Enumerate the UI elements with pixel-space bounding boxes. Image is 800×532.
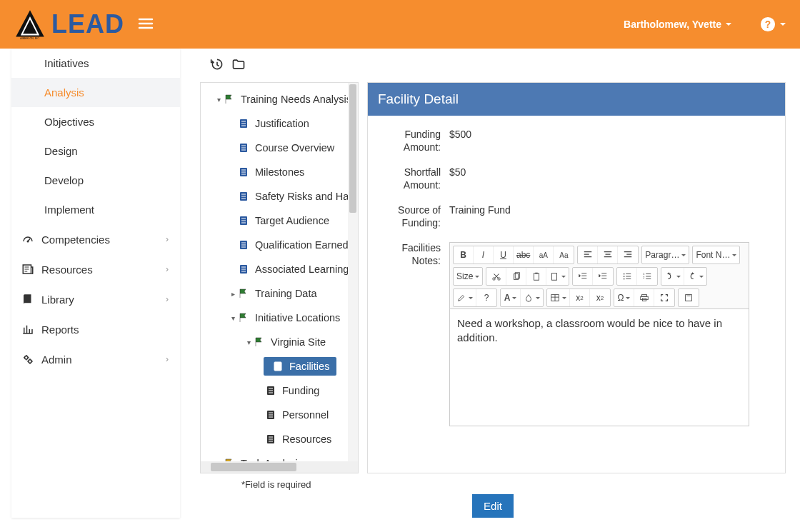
font-dropdown[interactable]: Font N… (693, 246, 739, 264)
copy-button[interactable] (506, 268, 526, 285)
sidebar-item-implement[interactable]: Implement (11, 195, 180, 224)
detail-panel: Facility Detail Funding Amount: $500 Sho… (367, 82, 786, 473)
help-editor-button[interactable]: ? (476, 289, 496, 306)
tree-icon (236, 118, 251, 129)
sidebar-section-library[interactable]: Library› (11, 284, 180, 314)
size-dropdown[interactable]: Size (454, 268, 482, 285)
outdent-button[interactable] (573, 268, 593, 285)
tree-icon (236, 191, 251, 202)
hamburger-menu-icon[interactable] (137, 15, 154, 34)
sidebar-item-design[interactable]: Design (11, 136, 180, 166)
paste-button[interactable] (526, 268, 546, 285)
case-button[interactable]: Aa (554, 246, 574, 264)
svg-point-25 (624, 273, 625, 275)
tree-horizontal-scrollbar[interactable] (201, 461, 358, 473)
chevron-right-icon: › (166, 264, 169, 274)
undo-button[interactable] (661, 268, 684, 285)
bold-button[interactable]: B (454, 246, 474, 264)
book-icon (20, 293, 36, 306)
highlight-button[interactable] (454, 289, 476, 306)
strike-button[interactable]: abc (514, 246, 534, 264)
sidebar: InitiativesAnalysisObjectivesDesignDevel… (11, 49, 180, 518)
shortfall-amount-value: $50 (449, 166, 775, 191)
table-button[interactable] (547, 289, 570, 306)
tree-vertical-scrollbar[interactable] (348, 83, 358, 461)
caret-down-icon (726, 23, 731, 26)
sidebar-section-resources[interactable]: Resources› (11, 254, 180, 284)
svg-text:?: ? (765, 19, 771, 30)
svg-rect-23 (535, 273, 538, 274)
superscript-button[interactable]: x2 (590, 289, 610, 306)
tree-funding[interactable]: Funding (201, 378, 359, 403)
tree-icon (264, 433, 278, 445)
facilities-notes-label: Facilities Notes: (378, 242, 449, 426)
tree-doc-justification[interactable]: Justification (201, 111, 359, 136)
print-button[interactable] (634, 289, 654, 306)
redo-button[interactable] (684, 268, 706, 285)
app-header: AIMERLON, INC. LEAD Bartholomew, Yvette … (0, 0, 800, 49)
tree-training-data[interactable]: ▸Training Data (201, 281, 359, 306)
paste-dropdown[interactable] (546, 268, 569, 285)
sidebar-section-admin[interactable]: Admin› (11, 344, 180, 374)
tree-doc-milestones[interactable]: Milestones (201, 160, 359, 184)
edit-button[interactable]: Edit (472, 494, 514, 518)
number-list-button[interactable]: 12 (637, 268, 657, 285)
tree-doc-associated-learning-e[interactable]: Associated Learning E (201, 257, 359, 281)
tree-doc-target-audience[interactable]: Target Audience (201, 209, 359, 233)
sidebar-item-initiatives[interactable]: Initiatives (11, 49, 180, 78)
help-dropdown[interactable]: ? (760, 16, 786, 32)
align-right-button[interactable] (618, 246, 638, 264)
user-name: Bartholomew, Yvette (624, 19, 721, 30)
tree-root[interactable]: ▾Training Needs Analysis (201, 87, 359, 111)
sidebar-section-competencies[interactable]: Competencies› (11, 224, 180, 254)
folder-icon[interactable] (231, 57, 246, 74)
logo-group: AIMERLON, INC. LEAD (14, 9, 124, 40)
align-left-button[interactable] (578, 246, 598, 264)
fullscreen-button[interactable] (654, 289, 674, 306)
history-icon[interactable] (210, 57, 224, 74)
triangle-logo-icon: AIMERLON, INC. (14, 9, 46, 40)
underline-button[interactable]: U (494, 246, 514, 264)
tree-icon (236, 166, 251, 178)
tree-facilities[interactable]: Facilities (201, 354, 359, 378)
tree-doc-safety-risks-and-haza[interactable]: Safety Risks and Haza (201, 184, 359, 209)
tree-doc-course-overview[interactable]: Course Overview (201, 136, 359, 160)
gears-icon (20, 353, 36, 366)
sidebar-item-develop[interactable]: Develop (11, 166, 180, 195)
tree-icon (236, 312, 251, 323)
chevron-right-icon: › (166, 294, 169, 304)
shortfall-amount-label: Shortfall Amount: (378, 166, 449, 191)
tree-doc-qualification-earned[interactable]: Qualification Earned (201, 233, 359, 257)
svg-rect-35 (686, 295, 690, 297)
svg-text:AIMERLON, INC.: AIMERLON, INC. (20, 37, 39, 40)
toolbar (200, 57, 786, 74)
notes-textarea[interactable]: Need a workshop, a classroom would be ni… (450, 308, 749, 426)
symbol-button[interactable]: Ω (614, 289, 634, 306)
tree-virginia-site[interactable]: ▾Virginia Site (201, 330, 359, 354)
align-center-button[interactable] (598, 246, 618, 264)
user-dropdown[interactable]: Bartholomew, Yvette (624, 19, 731, 30)
tree-initiative-locations[interactable]: ▾Initiative Locations (201, 306, 359, 330)
tree-resources[interactable]: Resources (201, 427, 359, 451)
sidebar-section-reports[interactable]: Reports (11, 314, 180, 344)
italic-button[interactable]: I (474, 246, 494, 264)
svg-point-26 (624, 276, 625, 277)
doc-icon (271, 361, 285, 372)
cut-button[interactable] (486, 268, 506, 285)
detail-title: Facility Detail (368, 83, 785, 116)
tree-personnel[interactable]: Personnel (201, 403, 359, 427)
uppercase-button[interactable]: aA (534, 246, 554, 264)
paragraph-dropdown[interactable]: Paragr… (642, 246, 689, 264)
font-color-button[interactable]: A (501, 289, 521, 306)
bullet-list-button[interactable] (617, 268, 637, 285)
sidebar-item-objectives[interactable]: Objectives (11, 107, 180, 136)
chevron-right-icon: › (166, 234, 169, 244)
subscript-button[interactable]: x2 (570, 289, 590, 306)
tree-icon (236, 288, 251, 299)
sidebar-item-analysis[interactable]: Analysis (11, 78, 180, 107)
help-icon: ? (760, 16, 776, 32)
caret-down-icon (780, 23, 786, 26)
save-button[interactable] (679, 289, 699, 306)
indent-button[interactable] (593, 268, 613, 285)
bg-color-button[interactable] (521, 289, 543, 306)
